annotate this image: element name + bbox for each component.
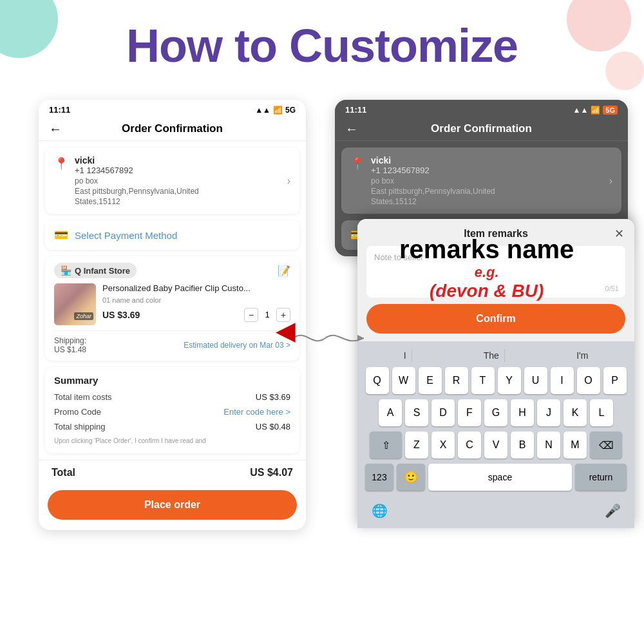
red-arrow-icon: ◀ (276, 316, 296, 345)
key-M[interactable]: M (564, 431, 587, 459)
store-section-left: 🏪 Q Infant Store 📝 Zohar Personalized Ba… (45, 256, 299, 361)
key-W[interactable]: W (392, 367, 415, 394)
red-arrow-indicator: ◀ (276, 316, 296, 345)
key-U[interactable]: U (524, 367, 547, 394)
address-content-left: vicki +1 1234567892 po box East pittsbur… (75, 155, 281, 206)
address-line1-right: po box (371, 176, 603, 185)
remarks-close-button[interactable]: ✕ (614, 227, 624, 241)
address-phone-right: +1 1234567892 (371, 166, 603, 175)
page-title: How to Customize (126, 19, 518, 72)
key-space[interactable]: space (428, 464, 572, 491)
key-emoji[interactable]: 🙂 (397, 464, 425, 491)
address-line3-left: States,15112 (75, 197, 281, 206)
remarks-name-overlay: remarks name e.g.(devon & BU) (399, 235, 574, 301)
nav-header-left: ← Order Confirmation (39, 117, 306, 141)
shipping-delivery-left: Estimated delivery on Mar 03 > (184, 341, 290, 350)
total-value-left: US $4.07 (250, 467, 293, 478)
confirm-button[interactable]: Confirm (366, 304, 625, 334)
key-E[interactable]: E (419, 367, 442, 394)
key-C[interactable]: C (458, 431, 481, 459)
remarks-char-count: 0/51 (605, 285, 619, 292)
key-A[interactable]: A (379, 399, 402, 426)
key-K[interactable]: K (564, 399, 587, 426)
nav-title-right: Order Confirmation (431, 122, 532, 135)
qty-decrease-left[interactable]: − (244, 308, 258, 322)
nav-title-left: Order Confirmation (122, 122, 223, 135)
address-section-right: 📍 vicki +1 1234567892 po box East pittsb… (341, 147, 621, 214)
key-Y[interactable]: Y (498, 367, 521, 394)
payment-section-left[interactable]: 💳 Select Payment Method (45, 220, 299, 250)
signal-icons-left: ▲▲ 📶 5G (255, 106, 296, 115)
key-D[interactable]: D (431, 399, 455, 426)
key-H[interactable]: H (511, 399, 534, 426)
product-image-left: Zohar (54, 283, 96, 325)
nav-header-right: ← Order Confirmation (335, 117, 628, 141)
address-arrow-right[interactable]: › (609, 175, 612, 187)
suggestion-2[interactable]: I'm (571, 349, 593, 362)
key-I[interactable]: I (551, 367, 574, 394)
key-J[interactable]: J (537, 399, 560, 426)
suggestion-1[interactable]: The (478, 349, 505, 362)
qty-number-left: 1 (262, 310, 272, 319)
key-V[interactable]: V (484, 431, 507, 459)
key-T[interactable]: T (471, 367, 495, 394)
key-N[interactable]: N (537, 431, 560, 459)
product-name-left: Personalized Baby Pacifier Clip Custo... (102, 283, 290, 294)
address-line2-left: East pittsburgh,Pennsylvania,United (75, 187, 281, 196)
total-row-left: Total US $4.07 (39, 460, 306, 485)
bg-decoration-teal (0, 0, 58, 58)
key-num[interactable]: 123 (365, 464, 393, 491)
microphone-icon[interactable]: 🎤 (598, 498, 627, 523)
key-B[interactable]: B (511, 431, 534, 459)
suggestion-0[interactable]: I (399, 349, 412, 362)
key-X[interactable]: X (431, 431, 455, 459)
left-phone: 11:11 ▲▲ 📶 5G ← Order Confirmation 📍 vic… (39, 100, 306, 530)
product-price-row-left: US $3.69 − 1 + (102, 308, 290, 322)
note-icon-left[interactable]: 📝 (278, 265, 290, 277)
svg-marker-0 (357, 335, 364, 341)
key-shift[interactable]: ⇧ (370, 431, 402, 459)
key-F[interactable]: F (458, 399, 481, 426)
keyboard: I The I'm Q W E R T Y U I O P A S D F G … (357, 341, 634, 528)
remarks-eg-text: e.g.(devon & BU) (399, 264, 574, 301)
key-R[interactable]: R (445, 367, 468, 394)
product-price-left: US $3.69 (102, 310, 140, 320)
summary-row-1[interactable]: Promo Code Enter code here > (54, 407, 290, 417)
key-delete[interactable]: ⌫ (590, 431, 622, 459)
status-bar-left: 11:11 ▲▲ 📶 5G (39, 100, 306, 117)
legal-text-left: Upon clicking 'Place Order', I confirm I… (54, 437, 290, 446)
address-section-left: 📍 vicki +1 1234567892 po box East pittsb… (45, 147, 299, 214)
globe-icon[interactable]: 🌐 (365, 498, 393, 523)
store-icon-left: 🏪 (61, 265, 71, 276)
key-O[interactable]: O (577, 367, 600, 394)
shipping-label-left: Shipping: (54, 336, 86, 345)
signal-icons-right: ▲▲ 📶 5G (573, 106, 618, 115)
back-button-left[interactable]: ← (49, 122, 62, 137)
location-icon-right: 📍 (350, 156, 365, 171)
time-right: 11:11 (345, 105, 366, 115)
key-Z[interactable]: Z (405, 431, 428, 459)
key-S[interactable]: S (405, 399, 428, 426)
address-arrow-left[interactable]: › (287, 175, 290, 187)
key-G[interactable]: G (484, 399, 507, 426)
address-name-right: vicki (371, 155, 603, 166)
address-name-left: vicki (75, 155, 281, 166)
product-variant-left: 01 name and color (102, 296, 290, 304)
key-Q[interactable]: Q (366, 367, 389, 394)
store-name-left: 🏪 Q Infant Store (54, 263, 137, 278)
key-return[interactable]: return (575, 464, 627, 491)
key-P[interactable]: P (603, 367, 627, 394)
back-button-right[interactable]: ← (345, 122, 358, 137)
bg-decoration-pink (567, 0, 631, 52)
location-icon-left: 📍 (54, 156, 68, 171)
address-line3-right: States,15112 (371, 197, 603, 206)
address-line1-left: po box (75, 176, 281, 185)
summary-section-left: Summary Total item costs US $3.69 Promo … (45, 367, 299, 453)
payment-icon-left: 💳 (54, 228, 68, 242)
keyboard-row-1: Q W E R T Y U I O P (360, 367, 632, 394)
key-L[interactable]: L (590, 399, 613, 426)
shipping-cost-left: US $1.48 (54, 345, 86, 354)
place-order-button[interactable]: Place order (48, 490, 297, 520)
keyboard-row-3: ⇧ Z X C V B N M ⌫ (360, 431, 632, 459)
time-left: 11:11 (49, 105, 70, 115)
